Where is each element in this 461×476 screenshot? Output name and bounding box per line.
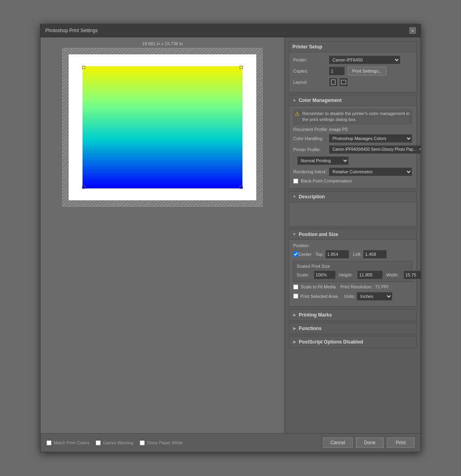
printing-marks-section: ▶ Printing Marks bbox=[289, 309, 417, 321]
layout-landscape-button[interactable] bbox=[339, 78, 348, 86]
description-header[interactable]: ▼ Description bbox=[289, 192, 416, 202]
top-input[interactable] bbox=[325, 250, 349, 259]
printing-marks-title: Printing Marks bbox=[299, 312, 332, 318]
printer-profile-select[interactable]: Canon iPF6400/6450 Semi-Glossy Photo Pap… bbox=[329, 145, 421, 154]
layout-icons bbox=[329, 78, 348, 86]
print-preview bbox=[62, 48, 263, 207]
center-checkbox[interactable] bbox=[293, 251, 298, 257]
printer-setup-header[interactable]: Printer Setup bbox=[289, 42, 416, 52]
bottom-bar: Match Print Colors Gamut Warning Show Pa… bbox=[40, 433, 421, 452]
scale-to-fit-row: Scale to Fit Media Print Resolution: 72 … bbox=[293, 284, 412, 290]
print-selected-area-checkbox[interactable] bbox=[293, 294, 298, 299]
height-label: Height: bbox=[339, 273, 353, 277]
print-button[interactable]: Print bbox=[387, 438, 415, 448]
show-paper-white-checkbox[interactable] bbox=[140, 440, 145, 445]
postscript-chevron: ▶ bbox=[293, 340, 296, 344]
scaled-print-size-title: Scaled Print Size bbox=[297, 264, 409, 269]
scale-input[interactable] bbox=[314, 271, 336, 279]
rendering-intent-row: Rendering Intent: Relative Colorimetric bbox=[293, 167, 412, 176]
gamut-warning-item: Gamut Warning bbox=[96, 440, 133, 445]
layout-row: Layout: bbox=[293, 78, 412, 86]
center-label: Center bbox=[298, 252, 311, 257]
scale-to-fit-checkbox[interactable] bbox=[293, 284, 298, 290]
printer-setup-body: Printer: Canon iPF6450 Copies: Print Set… bbox=[289, 52, 416, 92]
black-point-checkbox[interactable] bbox=[293, 178, 298, 184]
units-select[interactable]: Inches Centimeters Millimeters Points Pi… bbox=[357, 292, 392, 301]
match-print-colors-label: Match Print Colors bbox=[54, 440, 89, 445]
color-management-title: Color Management bbox=[299, 98, 342, 103]
copies-label: Copies: bbox=[293, 69, 329, 73]
functions-section: ▶ Functions bbox=[289, 322, 417, 334]
functions-chevron: ▶ bbox=[293, 326, 296, 330]
color-management-body: ⚠ Remember to disable the printer's colo… bbox=[289, 106, 416, 188]
corner-handle-bl[interactable] bbox=[82, 186, 85, 189]
rendering-intent-select[interactable]: Relative Colorimetric bbox=[329, 167, 412, 176]
description-title: Description bbox=[299, 194, 325, 200]
color-management-section: ▼ Color Management ⚠ Remember to disable… bbox=[289, 95, 417, 189]
photoshop-print-settings-dialog: Photoshop Print Settings ✕ 19.681 in x 1… bbox=[40, 24, 421, 452]
corner-handle-tr[interactable] bbox=[240, 66, 243, 69]
left-input[interactable] bbox=[363, 250, 387, 259]
functions-header[interactable]: ▶ Functions bbox=[289, 323, 416, 334]
color-handling-select[interactable]: Photoshop Manages Colors bbox=[329, 134, 412, 143]
layout-label: Layout: bbox=[293, 80, 329, 84]
scale-label: Scale: bbox=[297, 273, 309, 277]
settings-panel: Printer Setup Printer: Canon iPF6450 Cop… bbox=[284, 37, 421, 433]
svg-rect-1 bbox=[341, 80, 346, 84]
print-selected-area-label: Print Selected Area bbox=[300, 294, 338, 299]
corner-handle-tl[interactable] bbox=[82, 66, 85, 69]
bottom-buttons: Cancel Done Print bbox=[323, 438, 415, 448]
gamut-warning-label: Gamut Warning bbox=[103, 440, 133, 445]
units-label: Units: bbox=[344, 294, 355, 299]
close-button[interactable]: ✕ bbox=[409, 27, 416, 34]
printer-row: Printer: Canon iPF6450 bbox=[293, 56, 412, 64]
postscript-header[interactable]: ▶ PostScript Options Disabled bbox=[289, 336, 416, 347]
cancel-button[interactable]: Cancel bbox=[323, 438, 353, 448]
functions-title: Functions bbox=[299, 326, 321, 331]
dimension-label: 19.681 in x 15.736 in bbox=[142, 41, 182, 46]
color-handling-label: Color Handling: bbox=[293, 136, 329, 141]
position-size-title: Position and Size bbox=[299, 232, 338, 237]
warning-icon: ⚠ bbox=[295, 111, 300, 117]
position-size-header[interactable]: ▼ Position and Size bbox=[289, 229, 416, 240]
normal-printing-select[interactable]: Normal Printing bbox=[297, 156, 349, 165]
scale-row: Scale: Height: Width: bbox=[297, 271, 409, 279]
printing-marks-header[interactable]: ▶ Printing Marks bbox=[289, 309, 416, 321]
printer-setup-title: Printer Setup bbox=[292, 44, 322, 50]
dialog-title: Photoshop Print Settings bbox=[45, 28, 98, 33]
position-size-chevron: ▼ bbox=[292, 232, 296, 236]
preview-panel: 19.681 in x 15.736 in bbox=[40, 37, 284, 433]
color-management-header[interactable]: ▼ Color Management bbox=[289, 95, 416, 106]
scaled-print-size-box: Scaled Print Size Scale: Height: Width: bbox=[293, 261, 412, 282]
preview-paper bbox=[69, 54, 256, 200]
main-content: 19.681 in x 15.736 in Printer Setup bbox=[40, 37, 421, 433]
color-management-chevron: ▼ bbox=[292, 98, 296, 103]
title-bar: Photoshop Print Settings ✕ bbox=[40, 24, 421, 37]
printer-select[interactable]: Canon iPF6450 bbox=[329, 56, 400, 64]
gamut-warning-checkbox[interactable] bbox=[96, 440, 101, 445]
position-size-body: Position Center Top: Left: Scaled Print … bbox=[289, 240, 416, 306]
top-label: Top: bbox=[315, 252, 324, 257]
description-chevron: ▼ bbox=[292, 194, 296, 199]
layout-portrait-button[interactable] bbox=[329, 78, 338, 86]
print-resolution-text: Print Resolution: 72 PPI bbox=[340, 284, 388, 289]
corner-handle-br[interactable] bbox=[240, 186, 243, 189]
black-point-row: Black Point Compensation bbox=[293, 178, 412, 184]
copies-row: Copies: Print Settings... bbox=[293, 67, 412, 75]
show-paper-white-item: Show Paper White bbox=[140, 440, 183, 445]
position-sub-title: Position bbox=[293, 243, 412, 248]
match-print-colors-checkbox[interactable] bbox=[46, 440, 52, 445]
width-input[interactable] bbox=[403, 271, 421, 279]
preview-image bbox=[83, 66, 242, 188]
rendering-intent-label: Rendering Intent: bbox=[293, 169, 329, 174]
printer-label: Printer: bbox=[293, 58, 329, 62]
copies-input[interactable] bbox=[329, 67, 345, 75]
normal-printing-row: Normal Printing bbox=[293, 156, 412, 165]
done-button[interactable]: Done bbox=[356, 438, 384, 448]
print-settings-button[interactable]: Print Settings... bbox=[348, 67, 386, 75]
black-point-label: Black Point Compensation bbox=[301, 178, 352, 183]
height-input[interactable] bbox=[357, 271, 383, 279]
printer-profile-row: Printer Profile: Canon iPF6400/6450 Semi… bbox=[293, 145, 412, 154]
scale-to-fit-label: Scale to Fit Media bbox=[301, 284, 336, 289]
color-handling-row: Color Handling: Photoshop Manages Colors bbox=[293, 134, 412, 143]
